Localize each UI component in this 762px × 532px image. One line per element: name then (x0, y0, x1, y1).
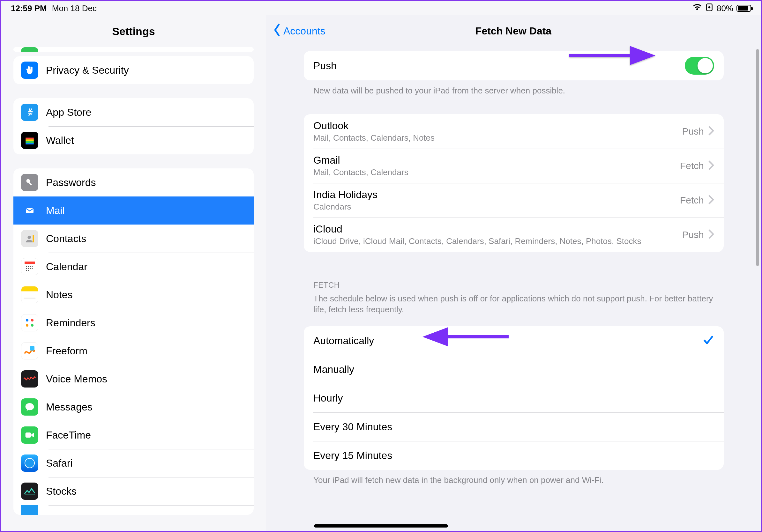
sidebar-item-label: Mail (46, 205, 65, 217)
account-mode: Push (682, 229, 704, 240)
status-date: Mon 18 Dec (52, 4, 97, 13)
sidebar-item-facetime[interactable]: FaceTime (13, 421, 254, 449)
safari-icon (21, 454, 38, 472)
account-mode: Fetch (680, 161, 704, 171)
account-row-gmail[interactable]: Gmail Mail, Contacts, Calendars Fetch (304, 149, 724, 183)
account-row-india-holidays[interactable]: India Holidays Calendars Fetch (304, 183, 724, 218)
sidebar-item-mail[interactable]: Mail (13, 196, 254, 225)
sidebar-item-label: Calendar (46, 261, 87, 273)
fetch-option-automatically[interactable]: Automatically (304, 326, 724, 355)
account-row-icloud[interactable]: iCloud iCloud Drive, iCloud Mail, Contac… (304, 218, 724, 252)
sidebar-item-notes[interactable]: Notes (13, 281, 254, 309)
voice-memos-icon (21, 370, 38, 387)
chevron-right-icon (708, 161, 714, 171)
account-name: iCloud (313, 223, 682, 235)
svg-point-21 (28, 270, 29, 271)
account-mode: Push (682, 126, 704, 137)
sidebar-item-freeform[interactable]: Freeform (13, 337, 254, 365)
chevron-right-icon (708, 126, 714, 137)
sidebar-item-label: Freeform (46, 345, 87, 357)
sidebar-item-safari[interactable]: Safari (13, 449, 254, 477)
fetch-option-15min[interactable]: Every 15 Minutes (304, 441, 724, 470)
svg-point-9 (28, 236, 31, 239)
account-detail: Mail, Contacts, Calendars, Notes (313, 133, 682, 143)
sidebar-item-label: Voice Memos (46, 373, 107, 385)
svg-point-17 (28, 268, 29, 269)
option-label: Every 30 Minutes (313, 421, 714, 433)
main-header: Accounts Fetch New Data (266, 15, 761, 47)
svg-point-1 (708, 6, 711, 8)
push-row[interactable]: Push (304, 51, 724, 80)
svg-rect-11 (25, 262, 35, 264)
main-panel: Accounts Fetch New Data Push New data wi… (266, 15, 761, 531)
sidebar-item-app-store[interactable]: App Store (13, 98, 254, 126)
sidebar-item-label: Messages (46, 401, 93, 413)
accounts-group: Outlook Mail, Contacts, Calendars, Notes… (304, 114, 724, 252)
sidebar-item-label: Privacy & Security (46, 64, 129, 76)
svg-rect-30 (26, 432, 31, 437)
fetch-option-30min[interactable]: Every 30 Minutes (304, 412, 724, 441)
svg-point-14 (30, 266, 31, 267)
svg-rect-2 (26, 138, 34, 140)
sidebar-item-messages[interactable]: Messages (13, 393, 254, 421)
rotation-lock-icon (705, 3, 714, 14)
option-label: Automatically (313, 335, 703, 347)
fetch-header: FETCH (304, 281, 724, 292)
scrollbar-thumb[interactable] (756, 49, 759, 266)
back-button[interactable]: Accounts (272, 15, 326, 47)
sidebar-item-calendar[interactable]: Calendar (13, 253, 254, 281)
svg-rect-5 (26, 143, 34, 145)
sidebar-item-passwords[interactable]: Passwords (13, 168, 254, 196)
sidebar-item-privacy-security[interactable]: Privacy & Security (13, 56, 254, 84)
fetch-desc: The schedule below is used when push is … (304, 292, 724, 315)
appstore-icon (21, 104, 38, 121)
facetime-icon (21, 427, 38, 444)
svg-point-25 (26, 319, 29, 321)
calendar-icon (21, 258, 38, 275)
wifi-icon (692, 4, 702, 13)
fetch-option-hourly[interactable]: Hourly (304, 384, 724, 412)
svg-point-15 (32, 266, 33, 267)
account-row-outlook[interactable]: Outlook Mail, Contacts, Calendars, Notes… (304, 114, 724, 149)
sidebar-item-label: Stocks (46, 486, 77, 497)
option-label: Manually (313, 364, 714, 375)
push-group: Push (304, 51, 724, 80)
sidebar-item-wallet[interactable]: Wallet (13, 126, 254, 154)
fetch-option-manually[interactable]: Manually (304, 355, 724, 384)
push-toggle[interactable] (685, 57, 714, 75)
sidebar-item-label: Notes (46, 289, 73, 301)
sidebar-group-apps: Passwords Mail Contacts Calendar (13, 168, 254, 515)
svg-rect-10 (33, 235, 34, 242)
notes-icon (21, 286, 38, 303)
chevron-left-icon (272, 24, 281, 39)
sidebar-item-contacts[interactable]: Contacts (13, 225, 254, 253)
svg-point-13 (28, 266, 29, 267)
battery-icon (736, 5, 751, 12)
push-label: Push (313, 60, 685, 72)
wallet-icon (21, 132, 38, 149)
sidebar-item-voice-memos[interactable]: Voice Memos (13, 365, 254, 393)
battery-pct: 80% (717, 4, 733, 13)
account-detail: Mail, Contacts, Calendars (313, 167, 680, 177)
contacts-icon (21, 230, 38, 247)
svg-point-12 (26, 266, 27, 267)
svg-point-28 (31, 324, 34, 327)
svg-point-32 (25, 459, 34, 468)
svg-rect-22 (21, 287, 38, 291)
account-mode: Fetch (680, 195, 704, 206)
option-label: Every 15 Minutes (313, 450, 714, 461)
option-label: Hourly (313, 392, 714, 404)
sidebar-item-partial[interactable] (13, 505, 254, 515)
sidebar-title: Settings (1, 15, 266, 47)
chevron-right-icon (708, 229, 714, 240)
key-icon (21, 174, 38, 191)
sidebar-item-stocks[interactable]: Stocks (13, 477, 254, 505)
sidebar-item-label: Safari (46, 457, 73, 469)
sidebar-group-store: App Store Wallet (13, 98, 254, 154)
status-bar: 12:59 PM Mon 18 Dec 80% (1, 1, 761, 15)
sidebar-item-label: Passwords (46, 177, 96, 188)
svg-rect-3 (26, 139, 34, 141)
sidebar-item-label: App Store (46, 106, 91, 118)
sidebar-item-reminders[interactable]: Reminders (13, 309, 254, 337)
reminders-icon (21, 314, 38, 331)
